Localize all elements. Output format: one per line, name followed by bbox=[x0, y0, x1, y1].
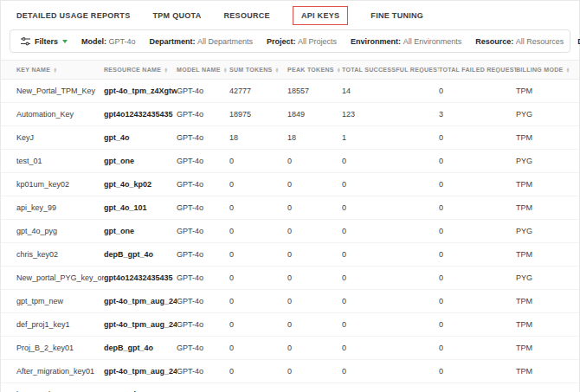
cell-model-name: GPT-4o bbox=[177, 273, 229, 282]
table-row[interactable]: test_01gpt_oneGPT-4o0000PYG bbox=[1, 150, 579, 173]
filter-resource[interactable]: Resource: All Resources bbox=[475, 37, 564, 46]
filter-environment-label: Environment: bbox=[351, 37, 403, 46]
sort-icon[interactable]: ▲▼ bbox=[223, 67, 228, 73]
cell-sum-tokens: 0 bbox=[229, 203, 287, 212]
cell-total-failed-request: 0 bbox=[439, 157, 516, 165]
table-body: New_Portal_TPM_Keygpt-4o_tpm_z4XgtwGPT-4… bbox=[1, 80, 579, 392]
cell-peak-tokens: 0 bbox=[287, 320, 342, 329]
cell-resource-name: gpt_one bbox=[104, 227, 177, 235]
cell-sum-tokens: 0 bbox=[229, 344, 287, 352]
cell-model-name: GPT-4o bbox=[177, 297, 229, 305]
cell-total-failed-request: 0 bbox=[439, 180, 516, 189]
filter-department-value: All Departments bbox=[197, 37, 253, 46]
table-row[interactable]: New_portal_PYG_key_onegpt4o12432435435GP… bbox=[1, 267, 579, 290]
sort-icon[interactable]: ▲▼ bbox=[337, 67, 341, 73]
column-header[interactable]: BILLING MODE▲▼ bbox=[516, 67, 580, 73]
cell-sum-tokens: 0 bbox=[229, 320, 287, 329]
cell-billing-mode: TPM bbox=[516, 203, 580, 212]
filter-department-label: Department: bbox=[150, 37, 198, 46]
cell-total-successful-request: 0 bbox=[342, 157, 439, 165]
table-row[interactable]: Proj_B_2_key01depB_gpt_4oGPT-4o0000TPM bbox=[1, 337, 579, 360]
column-header[interactable]: TOTAL SUCCESSFUL REQUEST▲▼ bbox=[342, 67, 439, 73]
tab-tpm-quota[interactable]: TPM QUOTA bbox=[152, 7, 201, 24]
filter-model-label: Model: bbox=[81, 37, 109, 46]
filter-model[interactable]: Model: GPT-4o bbox=[81, 37, 136, 46]
cell-total-failed-request: 0 bbox=[439, 87, 516, 95]
table-row[interactable]: Automation_Keygpt4o12432435435GPT-4o1897… bbox=[1, 103, 579, 126]
cell-peak-tokens: 0 bbox=[287, 180, 342, 189]
cell-total-successful-request: 14 bbox=[342, 87, 439, 95]
cell-total-successful-request: 0 bbox=[342, 367, 439, 376]
tab-detailed-usage-reports[interactable]: DETAILED USAGE REPORTS bbox=[16, 7, 130, 24]
cell-key-name: def_proj1_key1 bbox=[16, 320, 104, 329]
column-header-label: MODEL NAME bbox=[177, 67, 221, 73]
tab-fine-tuning[interactable]: FINE TUNING bbox=[371, 7, 423, 24]
table-row[interactable]: gpt_4o_pyggpt_oneGPT-4o0000PYG bbox=[1, 220, 579, 243]
table-row[interactable]: KeyJgpt_4oGPT-4o181810TPM bbox=[1, 126, 579, 150]
column-header-label: BILLING MODE bbox=[516, 67, 564, 73]
cell-total-failed-request: 3 bbox=[439, 110, 516, 119]
table-row[interactable]: api_key_99gpt_4o_101GPT-4o0000TPM bbox=[1, 196, 579, 220]
cell-total-successful-request: 0 bbox=[342, 250, 439, 259]
filter-environment[interactable]: Environment: All Environments bbox=[351, 37, 461, 46]
cell-resource-name: gpt_one bbox=[104, 157, 177, 165]
cell-peak-tokens: 18557 bbox=[287, 87, 342, 95]
cell-key-name: After_migration_key01 bbox=[16, 367, 104, 376]
cell-resource-name: gpt_4o_kp02 bbox=[104, 180, 177, 189]
column-header[interactable]: MODEL NAME▲▼ bbox=[177, 67, 229, 73]
column-header-label: TOTAL SUCCESSFUL REQUEST bbox=[342, 67, 439, 73]
sort-icon[interactable]: ▲▼ bbox=[164, 67, 168, 73]
cell-peak-tokens: 0 bbox=[287, 297, 342, 305]
filters-label: Filters bbox=[35, 37, 58, 46]
column-header[interactable]: PEAK TOKENS▲▼ bbox=[287, 67, 342, 73]
cell-model-name: GPT-4o bbox=[177, 344, 229, 352]
cell-total-failed-request: 0 bbox=[439, 273, 516, 282]
cell-resource-name: gpt-4o_tpm_z4Xgtw bbox=[104, 87, 177, 95]
sort-icon[interactable]: ▲▼ bbox=[275, 67, 280, 73]
cell-model-name: GPT-4o bbox=[177, 157, 229, 165]
cell-key-name: New_Portal_TPM_Key bbox=[16, 87, 104, 95]
cell-billing-mode: TPM bbox=[516, 180, 580, 189]
cell-total-failed-request: 0 bbox=[439, 344, 516, 352]
cell-resource-name: gpt-4o_tpm_aug_24 bbox=[104, 367, 177, 376]
filter-project[interactable]: Project: All Projects bbox=[267, 37, 337, 46]
sort-icon[interactable]: ▲▼ bbox=[53, 67, 57, 73]
column-header[interactable]: SUM TOKENS▲▼ bbox=[229, 67, 287, 73]
table-row[interactable]: After_migration_key01gpt-4o_tpm_aug_24GP… bbox=[1, 360, 579, 383]
tab-api-keys[interactable]: API KEYS bbox=[293, 6, 348, 25]
cell-resource-name: depB_gpt_4o bbox=[104, 344, 177, 352]
cell-model-name: GPT-4o bbox=[177, 227, 229, 235]
filters-button[interactable]: Filters bbox=[21, 37, 68, 46]
table-row[interactable]: chris_key02depB_gpt_4oGPT-4o0000TPM bbox=[1, 243, 579, 267]
cell-billing-mode: TPM bbox=[516, 367, 580, 376]
cell-key-name: KeyJ bbox=[16, 133, 104, 142]
cell-resource-name: depB_gpt_4o bbox=[104, 250, 177, 259]
filter-project-label: Project: bbox=[267, 37, 298, 46]
cell-sum-tokens: 0 bbox=[229, 250, 287, 259]
filter-project-value: All Projects bbox=[298, 37, 337, 46]
cell-peak-tokens: 0 bbox=[287, 250, 342, 259]
cell-total-failed-request: 0 bbox=[439, 133, 516, 142]
cell-model-name: GPT-4o bbox=[177, 367, 229, 376]
column-header[interactable]: TOTAL FAILED REQUEST▲▼ bbox=[439, 67, 516, 73]
cell-sum-tokens: 0 bbox=[229, 297, 287, 305]
filter-sliders-icon bbox=[21, 37, 30, 46]
table-row[interactable]: k_01um_key01gpt_4o_kp02GPT-4o0000TPM bbox=[1, 383, 579, 392]
table-row[interactable]: New_Portal_TPM_Keygpt-4o_tpm_z4XgtwGPT-4… bbox=[1, 80, 579, 103]
filter-department[interactable]: Department: All Departments bbox=[150, 37, 254, 46]
tab-resource[interactable]: RESOURCE bbox=[223, 7, 269, 24]
cell-resource-name: gpt4o12432435435 bbox=[104, 110, 177, 119]
cell-sum-tokens: 0 bbox=[229, 180, 287, 189]
column-header[interactable]: RESOURCE NAME▲▼ bbox=[104, 67, 177, 73]
table-row[interactable]: kp01um_key02gpt_4o_kp02GPT-4o0000TPM bbox=[1, 173, 579, 196]
table-row[interactable]: def_proj1_key1gpt-4o_tpm_aug_24GPT-4o000… bbox=[1, 313, 579, 337]
column-header[interactable]: KEY NAME▲▼ bbox=[16, 67, 104, 73]
table-row[interactable]: gpt_tpm_newgpt-4o_tpm_aug_24GPT-4o0000TP… bbox=[1, 290, 579, 313]
column-header-label: RESOURCE NAME bbox=[104, 67, 161, 73]
filter-model-value: GPT-4o bbox=[109, 37, 136, 46]
cell-key-name: New_portal_PYG_key_one bbox=[16, 273, 104, 282]
filter-bar: Filters Model: GPT-4oDepartment: All Dep… bbox=[10, 29, 570, 53]
cell-total-successful-request: 0 bbox=[342, 203, 439, 212]
cell-billing-mode: PYG bbox=[516, 227, 580, 235]
sort-icon[interactable]: ▲▼ bbox=[566, 67, 570, 73]
